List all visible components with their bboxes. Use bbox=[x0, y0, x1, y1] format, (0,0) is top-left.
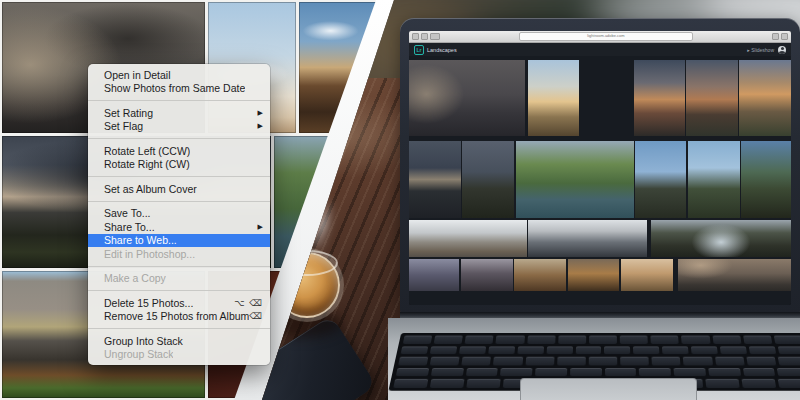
screen-storm-mountains bbox=[409, 60, 525, 136]
menu-open-in-detail[interactable]: Open in Detail ▶ bbox=[88, 68, 270, 82]
shortcut-keys: ⌥ ⌫ bbox=[234, 298, 263, 308]
keyboard-key bbox=[462, 357, 492, 365]
menu-rotate-left[interactable]: Rotate Left (CCW) ▶ bbox=[88, 144, 270, 158]
keyboard-key bbox=[431, 368, 464, 377]
album-title: Landscapes bbox=[427, 47, 457, 53]
browser-forward-icon bbox=[421, 33, 428, 40]
screen-purple-mountains bbox=[409, 259, 459, 291]
screen-green-shrubs bbox=[741, 141, 791, 217]
keyboard-key bbox=[652, 357, 681, 365]
keyboard-key bbox=[466, 379, 500, 388]
menu-delete-photos[interactable]: Delete 15 Photos... ⌥ ⌫ ▶ bbox=[88, 296, 270, 310]
keyboard-key bbox=[396, 368, 429, 377]
keyboard-key bbox=[557, 357, 586, 365]
context-menu: Open in Detail ▶ Show Photos from Same D… bbox=[88, 64, 270, 365]
browser-address-bar: lightroom.adobe.com bbox=[519, 32, 694, 41]
keyboard-key bbox=[488, 346, 515, 354]
keyboard-key bbox=[746, 357, 776, 365]
keyboard-key bbox=[535, 368, 567, 377]
keyboard-key bbox=[401, 346, 429, 354]
menu-ungroup-stack[interactable]: Ungroup Stack ▶ bbox=[88, 348, 270, 362]
keyboard-key bbox=[570, 368, 602, 377]
keyboard-key bbox=[720, 346, 747, 354]
keyboard-key bbox=[525, 357, 554, 365]
screen-sunrise-valley bbox=[528, 60, 579, 136]
screen-dusk-ridge bbox=[581, 60, 632, 136]
keyboard-key bbox=[708, 368, 741, 377]
keyboard-key bbox=[620, 336, 648, 344]
keyboard-key bbox=[393, 379, 428, 388]
screen-dusk-fence bbox=[462, 141, 514, 217]
avatar bbox=[778, 46, 786, 54]
browser-share-icon bbox=[772, 33, 779, 40]
submenu-arrow-icon: ▶ bbox=[258, 122, 263, 130]
keyboard-key bbox=[496, 336, 525, 344]
browser-sidebar-icon bbox=[430, 33, 440, 40]
keyboard-key bbox=[743, 368, 776, 377]
trackpad bbox=[520, 378, 697, 400]
menu-set-album-cover[interactable]: Set as Album Cover ▶ bbox=[88, 182, 270, 196]
keyboard-key bbox=[651, 336, 679, 344]
menu-edit-in-photoshop[interactable]: Edit in Photoshop... ▶ bbox=[88, 247, 270, 261]
screen-river-trees bbox=[516, 141, 634, 217]
menu-item: ▶ bbox=[88, 290, 270, 291]
keyboard-key bbox=[742, 379, 777, 388]
screen-glacier-scree bbox=[409, 220, 527, 257]
menu-set-flag[interactable]: Set Flag ▶ bbox=[88, 120, 270, 134]
screen-sunset-clouds bbox=[634, 60, 685, 136]
keyboard-key bbox=[430, 346, 457, 354]
keyboard-key bbox=[774, 336, 800, 344]
keyboard-key bbox=[434, 336, 463, 344]
keyboard-key bbox=[605, 368, 637, 377]
keyboard-key bbox=[459, 346, 486, 354]
composite-screenshot: { "context_menu": { "highlight_color": "… bbox=[0, 0, 800, 400]
menu-item: ▶ bbox=[88, 138, 270, 139]
keyboard-key bbox=[674, 368, 706, 377]
keyboard-key bbox=[403, 336, 433, 344]
keyboard-key bbox=[778, 357, 800, 365]
laptop-screen: lightroom.adobe.com Lr Landscapes ▸ Slid… bbox=[409, 31, 791, 305]
menu-rotate-right[interactable]: Rotate Right (CW) ▶ bbox=[88, 158, 270, 172]
menu-group-into-stack[interactable]: Group Into Stack ▶ bbox=[88, 334, 270, 348]
screen-orange-clouds bbox=[739, 60, 791, 136]
screen-dark-dusk bbox=[409, 141, 461, 217]
submenu-arrow-icon: ▶ bbox=[258, 109, 263, 117]
keyboard-key bbox=[778, 346, 800, 354]
keyboard-key bbox=[749, 346, 776, 354]
keyboard-key bbox=[639, 368, 671, 377]
keyboard-key bbox=[604, 346, 630, 354]
screen-sky-shrubs bbox=[688, 141, 740, 217]
menu-remove-from-album[interactable]: Remove 15 Photos from Album... ⌫ ▶ bbox=[88, 310, 270, 324]
menu-show-photos-same-date[interactable]: Show Photos from Same Date ▶ bbox=[88, 82, 270, 96]
menu-share-to[interactable]: Share To... ▶ bbox=[88, 220, 270, 234]
menu-save-to[interactable]: Save To... ▶ bbox=[88, 207, 270, 221]
browser-tabs-icon bbox=[781, 33, 788, 40]
menu-item: ▶ bbox=[88, 176, 270, 177]
header-right-group: ▸ Slideshow bbox=[747, 46, 786, 54]
keyboard-key bbox=[633, 346, 659, 354]
screen-dark-hills bbox=[461, 259, 513, 291]
keyboard-key bbox=[743, 336, 772, 344]
menu-share-to-web[interactable]: Share to Web... ▶ bbox=[88, 234, 270, 248]
keyboard-key bbox=[715, 357, 745, 365]
screen-sunset-mountains bbox=[686, 60, 738, 136]
keyboard-key bbox=[712, 336, 741, 344]
menu-item: ▶ bbox=[88, 328, 270, 329]
menu-make-a-copy[interactable]: Make a Copy ▶ bbox=[88, 272, 270, 286]
menu-item: ▶ bbox=[88, 201, 270, 202]
keyboard-key bbox=[558, 336, 586, 344]
keyboard-key bbox=[620, 357, 649, 365]
keyboard-key bbox=[500, 368, 532, 377]
keyboard-key bbox=[589, 336, 617, 344]
slideshow-button: ▸ Slideshow bbox=[747, 47, 774, 53]
menu-item: ▶ bbox=[88, 100, 270, 101]
keyboard-key bbox=[683, 357, 712, 365]
menu-set-rating[interactable]: Set Rating ▶ bbox=[88, 106, 270, 120]
keyboard-key bbox=[546, 346, 572, 354]
screen-sky-field bbox=[635, 141, 686, 217]
keyboard-key bbox=[465, 336, 494, 344]
keyboard-key bbox=[527, 336, 555, 344]
keyboard-key bbox=[777, 368, 800, 377]
screen-sunset-hills bbox=[514, 259, 566, 291]
screen-fjord-glacier bbox=[651, 220, 791, 257]
